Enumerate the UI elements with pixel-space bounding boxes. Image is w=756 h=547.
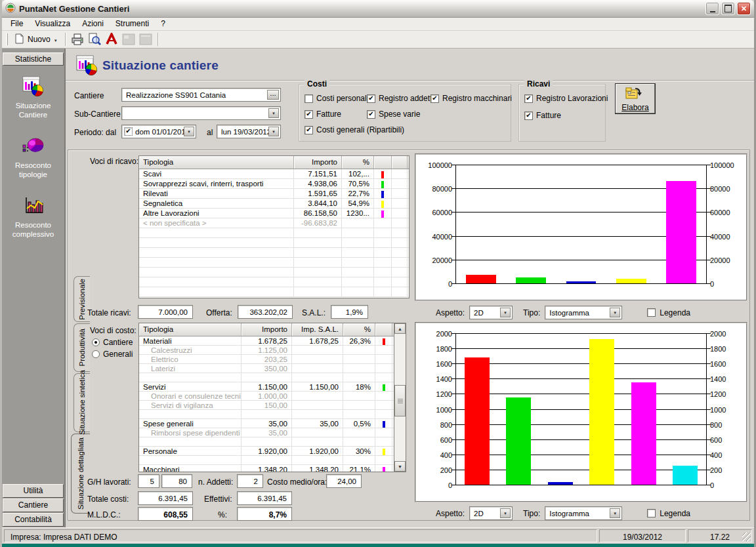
periodo-al-dropdown[interactable]: lun 19/03/2012 bbox=[217, 125, 281, 138]
table-row[interactable]: Materiali1.678,251.678,2526,3% bbox=[139, 336, 394, 346]
sidebar-item-resoconto-tipologie[interactable]: Resoconto tipologie bbox=[2, 136, 64, 180]
table-row[interactable]: < non specificata >-96.683,82 bbox=[139, 218, 409, 228]
maximize-button[interactable] bbox=[721, 2, 735, 15]
periodo-dal-checkbox[interactable] bbox=[124, 127, 133, 136]
cantiere-field[interactable]: Realizzazione SS901 Catania ... bbox=[121, 88, 281, 102]
column-header-tipologia[interactable]: Tipologia bbox=[139, 323, 242, 336]
table-row[interactable]: Scavi7.151,51102,... bbox=[139, 169, 409, 179]
cantiere-browse-button[interactable]: ... bbox=[267, 90, 279, 100]
menu-file[interactable]: File bbox=[5, 18, 29, 30]
checkbox-costi-costi-personale[interactable]: Costi personale bbox=[304, 94, 371, 103]
table-row[interactable]: Macchinari1.348,201.348,2021,1% bbox=[139, 465, 394, 472]
checkbox-costi-fatture[interactable]: Fatture bbox=[304, 110, 341, 119]
table-row[interactable]: Servizi di vigilanza150,00 bbox=[139, 401, 394, 410]
periodo-dal-dropdown[interactable]: dom 01/01/2012 bbox=[121, 125, 196, 138]
aspetto-dropdown-icon[interactable] bbox=[500, 308, 511, 317]
table-row[interactable] bbox=[139, 287, 409, 297]
column-header-importo[interactable]: Importo bbox=[242, 323, 292, 336]
table-row[interactable]: Personale1.920,001.920,0030% bbox=[139, 447, 394, 456]
sidebar-button-contabilit[interactable]: Contabilità bbox=[3, 513, 64, 527]
periodo-dal-dropdown-icon[interactable] bbox=[184, 127, 194, 136]
table-row[interactable]: Calcestruzzi1.125,00 bbox=[139, 346, 394, 355]
table-row[interactable] bbox=[139, 437, 394, 447]
radio-generali-circle[interactable] bbox=[92, 350, 100, 358]
tipo-dropdown-icon[interactable] bbox=[610, 508, 620, 518]
checkbox-costi-registro-addetti-checkbox[interactable] bbox=[367, 94, 375, 103]
legenda-checkbox[interactable] bbox=[647, 509, 656, 517]
menu-azioni[interactable]: Azioni bbox=[76, 18, 110, 30]
tipo-dropdown[interactable]: Istogramma bbox=[545, 306, 622, 319]
table-row[interactable]: Laterizi350,00 bbox=[139, 364, 394, 373]
checkbox-ricavi-registro-lavorazioni[interactable]: Registro Lavorazioni bbox=[524, 94, 608, 103]
radio-cantiere-circle[interactable] bbox=[92, 338, 100, 346]
legenda-checkbox-row[interactable]: Legenda bbox=[647, 509, 690, 518]
scroll-up-icon[interactable] bbox=[394, 323, 406, 334]
table-row[interactable] bbox=[139, 258, 409, 268]
print-preview-button[interactable] bbox=[86, 32, 103, 47]
offerta-field[interactable]: 363.202,02 bbox=[238, 305, 293, 319]
table-row[interactable]: Rimborsi spese dipendenti35,00 bbox=[139, 428, 394, 437]
table-row[interactable]: Sovrapprezzi scavi, rinterri, trasporti4… bbox=[139, 179, 409, 189]
elabora-button[interactable]: Elabora bbox=[615, 83, 656, 114]
export-pdf-button[interactable] bbox=[103, 32, 120, 47]
sidebar-item-resoconto-complessivo[interactable]: Resoconto complessivo bbox=[2, 195, 64, 239]
column-header-item[interactable]: % bbox=[342, 156, 374, 169]
table-row[interactable]: Rilevati1.591,6522,7% bbox=[139, 189, 409, 199]
new-button[interactable]: Nuovo bbox=[10, 32, 62, 47]
close-button[interactable] bbox=[737, 2, 751, 15]
tipo-dropdown-icon[interactable] bbox=[610, 308, 620, 317]
subcantiere-dropdown[interactable] bbox=[121, 106, 281, 120]
aspetto-dropdown[interactable]: 2D bbox=[469, 306, 513, 319]
sidebar-group-statistiche[interactable]: Statistiche bbox=[3, 52, 64, 66]
checkbox-costi-costi-generali-ripartibili-checkbox[interactable] bbox=[304, 126, 313, 134]
sidebar-button-cantiere[interactable]: Cantiere bbox=[3, 498, 64, 512]
scrollbar-thumb[interactable] bbox=[394, 385, 406, 416]
addetti-field[interactable]: 2 bbox=[237, 474, 263, 488]
mldc-field[interactable]: 608,55 bbox=[138, 507, 193, 521]
checkbox-ricavi-registro-lavorazioni-checkbox[interactable] bbox=[524, 94, 533, 103]
percent-field[interactable]: 8,7% bbox=[237, 507, 292, 521]
column-header-tipologia[interactable]: Tipologia bbox=[139, 156, 294, 169]
radio-generali[interactable]: Generali bbox=[92, 350, 133, 359]
radio-cantiere[interactable]: Cantiere bbox=[92, 338, 133, 347]
column-header-item[interactable]: % bbox=[343, 323, 375, 336]
totale-ricavi-field[interactable]: 7.000,00 bbox=[138, 305, 193, 319]
table-row[interactable]: Segnaletica3.844,1054,9% bbox=[139, 199, 409, 209]
table-row[interactable]: Spese generali35,0035,000,5% bbox=[139, 419, 394, 428]
tipo-dropdown[interactable]: Istogramma bbox=[545, 506, 622, 520]
periodo-al-dropdown-icon[interactable] bbox=[268, 127, 279, 136]
menu-strumenti[interactable]: Strumenti bbox=[110, 18, 155, 30]
table-row[interactable] bbox=[139, 410, 394, 419]
column-header-imp-s-a-l[interactable]: Imp. S.A.L. bbox=[292, 323, 343, 336]
table-row[interactable] bbox=[139, 373, 394, 382]
print-button[interactable] bbox=[69, 32, 86, 47]
column-header-importo[interactable]: Importo bbox=[294, 156, 342, 169]
aspetto-dropdown[interactable]: 2D bbox=[469, 506, 513, 520]
checkbox-costi-spese-varie-checkbox[interactable] bbox=[367, 110, 375, 119]
resize-grip[interactable] bbox=[742, 533, 751, 541]
totale-costi-field[interactable]: 6.391,45 bbox=[138, 491, 193, 505]
table-row[interactable] bbox=[139, 228, 409, 238]
table-row[interactable]: Elettrico203,25 bbox=[139, 355, 394, 364]
checkbox-costi-costi-generali-ripartibili[interactable]: Costi generali (Ripartibili) bbox=[304, 125, 404, 134]
minimize-button[interactable] bbox=[705, 2, 719, 15]
effettivi-field[interactable]: 6.391,45 bbox=[237, 491, 292, 505]
checkbox-ricavi-fatture-checkbox[interactable] bbox=[524, 111, 533, 120]
menu-item[interactable]: ? bbox=[155, 18, 171, 30]
table-row[interactable] bbox=[139, 248, 409, 258]
new-dropdown-icon[interactable] bbox=[54, 35, 58, 44]
sal-field[interactable]: 1,9% bbox=[331, 305, 368, 319]
gh-lavorati-field-2[interactable]: 80 bbox=[161, 474, 192, 488]
table-row[interactable] bbox=[139, 238, 409, 248]
checkbox-ricavi-fatture[interactable]: Fatture bbox=[524, 111, 561, 120]
column-header-item[interactable] bbox=[375, 323, 392, 336]
scroll-down-icon[interactable] bbox=[394, 461, 406, 472]
aspetto-dropdown-icon[interactable] bbox=[500, 508, 511, 518]
tab-situazione-sintetica[interactable]: Situazione sintetica bbox=[74, 373, 90, 432]
costo-medio-field[interactable]: 24,00 bbox=[326, 474, 362, 488]
toolbar-grip[interactable] bbox=[6, 33, 8, 45]
column-header-item[interactable] bbox=[374, 156, 392, 169]
checkbox-costi-fatture-checkbox[interactable] bbox=[304, 110, 313, 119]
checkbox-costi-registro-addetti[interactable]: Registro addetti bbox=[367, 94, 434, 103]
gh-lavorati-field-1[interactable]: 5 bbox=[138, 474, 159, 488]
